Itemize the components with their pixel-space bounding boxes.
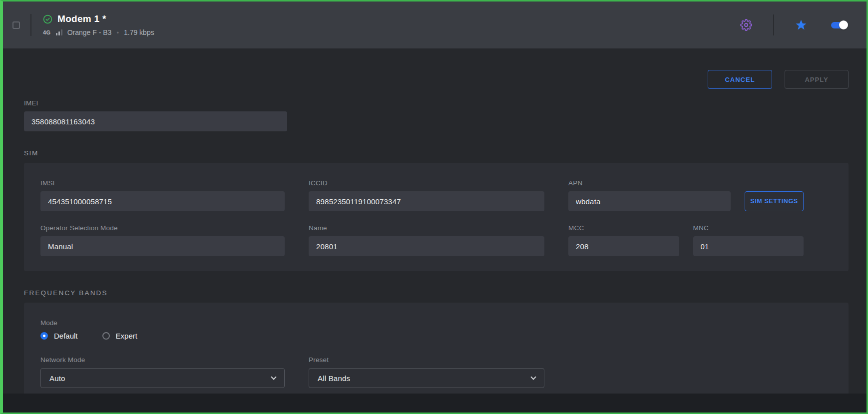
- modem-title-block: Modem 1 * 4G Orange F - B3 • 1.79 kbps: [43, 13, 154, 36]
- iccid-label: ICCID: [309, 179, 544, 187]
- toggle-knob: [839, 20, 848, 29]
- apn-field: APN: [568, 179, 731, 211]
- header-actions: [740, 14, 850, 35]
- mode-radio-default-label: Default: [54, 332, 78, 340]
- modem-config-page: Modem 1 * 4G Orange F - B3 • 1.79 kbps: [0, 0, 868, 414]
- apply-button[interactable]: APPLY: [785, 70, 849, 89]
- imsi-field: IMSI: [40, 179, 285, 211]
- modem-settings-form: CANCEL APPLY IMEI SIM IMSI ICCID APN: [3, 70, 867, 403]
- radio-selected-icon: [40, 332, 48, 340]
- mode-radio-default[interactable]: Default: [40, 332, 78, 340]
- sim-settings-button[interactable]: SIM SETTINGS: [745, 191, 804, 211]
- name-field: Name: [309, 224, 544, 256]
- modem-title: Modem 1 *: [57, 13, 106, 24]
- imei-label: IMEI: [24, 99, 287, 107]
- mode-radio-expert[interactable]: Expert: [102, 332, 137, 340]
- operator-selection-mode-field: Operator Selection Mode: [40, 224, 285, 256]
- gear-icon[interactable]: [740, 19, 752, 31]
- mode-radio-expert-label: Expert: [116, 332, 137, 340]
- cancel-button[interactable]: CANCEL: [708, 70, 772, 89]
- imei-input[interactable]: [24, 111, 287, 131]
- apn-input[interactable]: [568, 191, 731, 211]
- network-mode-label: Network Mode: [40, 356, 285, 364]
- imsi-input[interactable]: [40, 191, 285, 211]
- name-label: Name: [309, 224, 544, 232]
- chevron-down-icon: [530, 374, 536, 380]
- bottom-strip: [3, 394, 867, 413]
- data-rate: 1.79 kbps: [124, 28, 154, 36]
- mode-label: Mode: [40, 319, 804, 327]
- star-icon[interactable]: [795, 19, 807, 31]
- iccid-field: ICCID: [309, 179, 544, 211]
- network-mode-field: Network Mode Auto: [40, 356, 285, 388]
- header-divider: [773, 14, 774, 35]
- frequency-bands-panel: Mode Default Expert Network Mode: [24, 303, 849, 403]
- mcc-field: MCC: [568, 224, 679, 256]
- frequency-bands-section-label: FREQUENCY BANDS: [24, 289, 849, 297]
- mcc-input[interactable]: [568, 236, 679, 256]
- select-modem-checkbox[interactable]: [12, 21, 20, 29]
- header-divider: [30, 14, 31, 36]
- chevron-down-icon: [271, 374, 276, 380]
- apn-label: APN: [568, 179, 731, 187]
- radio-unselected-icon: [102, 332, 110, 340]
- preset-label: Preset: [309, 356, 544, 364]
- form-actions: CANCEL APPLY: [24, 70, 849, 89]
- mode-group: Mode Default Expert: [40, 319, 804, 340]
- sim-section-label: SIM: [24, 149, 849, 157]
- separator-dot: •: [116, 29, 119, 36]
- operator-selection-mode-label: Operator Selection Mode: [40, 224, 285, 232]
- network-type-badge: 4G: [43, 29, 51, 35]
- mnc-input[interactable]: [693, 236, 804, 256]
- modem-header: Modem 1 * 4G Orange F - B3 • 1.79 kbps: [3, 1, 867, 48]
- preset-dropdown[interactable]: All Bands: [309, 368, 544, 388]
- network-mode-dropdown[interactable]: Auto: [40, 368, 285, 388]
- network-mode-value: Auto: [49, 374, 65, 383]
- name-input[interactable]: [309, 236, 544, 256]
- mnc-label: MNC: [693, 224, 804, 232]
- imsi-label: IMSI: [40, 179, 285, 187]
- modem-enabled-toggle[interactable]: [831, 22, 847, 28]
- sim-panel: IMSI ICCID APN SIM SETTINGS Operator Sel…: [24, 163, 849, 271]
- operator-name: Orange F - B3: [67, 28, 112, 36]
- signal-bars-icon: [56, 29, 62, 35]
- imei-field: IMEI: [24, 99, 287, 131]
- preset-field: Preset All Bands: [309, 356, 544, 388]
- preset-value: All Bands: [318, 374, 350, 383]
- mcc-label: MCC: [568, 224, 679, 232]
- mnc-field: MNC: [693, 224, 804, 256]
- status-check-circle-icon: [43, 14, 52, 24]
- operator-selection-mode-input[interactable]: [40, 236, 285, 256]
- iccid-input[interactable]: [309, 191, 544, 211]
